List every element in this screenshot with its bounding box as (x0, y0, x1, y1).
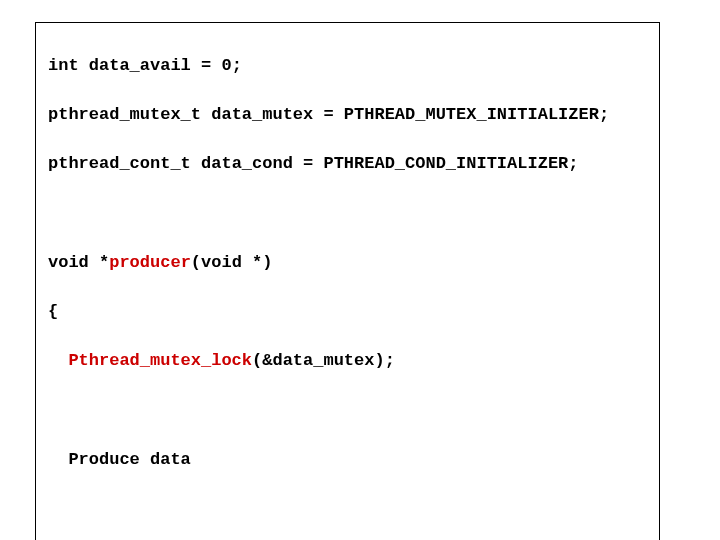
code-line: pthread_mutex_t data_mutex = PTHREAD_MUT… (48, 103, 647, 128)
code-text: Produce data (68, 450, 190, 469)
function-call: Pthread_mutex_lock (68, 351, 252, 370)
code-line: pthread_cont_t data_cond = PTHREAD_COND_… (48, 152, 647, 177)
code-line: int data_avail = 0; (48, 54, 647, 79)
code-text: (void *) (191, 253, 273, 272)
code-text: (&data_mutex); (252, 351, 395, 370)
code-text: void * (48, 253, 109, 272)
code-line: Produce data (48, 448, 647, 473)
code-line: void *producer(void *) (48, 251, 647, 276)
code-text: int data_avail = 0; (48, 56, 242, 75)
function-name: producer (109, 253, 191, 272)
code-text: pthread_mutex_t data_mutex = PTHREAD_MUT… (48, 105, 609, 124)
blank-line (48, 497, 647, 522)
blank-line (48, 201, 647, 226)
blank-line (48, 399, 647, 424)
code-text: { (48, 302, 58, 321)
code-line: { (48, 300, 647, 325)
code-listing: int data_avail = 0; pthread_mutex_t data… (35, 22, 660, 540)
code-text: pthread_cont_t data_cond = PTHREAD_COND_… (48, 154, 579, 173)
code-line: Pthread_mutex_lock(&data_mutex); (48, 349, 647, 374)
